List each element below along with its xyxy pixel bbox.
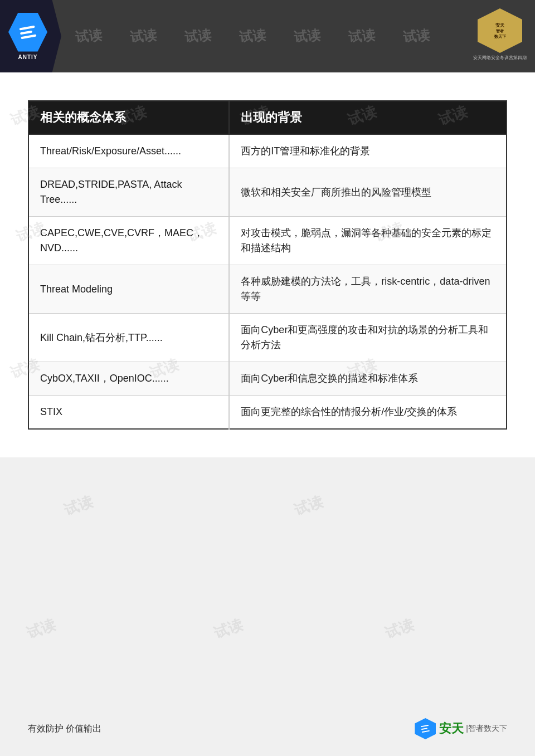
brand-line1: 安天 xyxy=(494,22,506,28)
concept-table: 相关的概念体系 出现的背景 Threat/Risk/Exposure/Asset… xyxy=(28,100,507,430)
table-cell-right: 面向Cyber和更高强度的攻击和对抗的场景的分析工具和分析方法 xyxy=(229,314,507,362)
table-cell-left: CAPEC,CWE,CVE,CVRF，MAEC，NVD...... xyxy=(28,217,229,265)
footer-slogan: 有效防护 价值输出 xyxy=(28,723,101,735)
col1-header: 相关的概念体系 xyxy=(28,101,229,134)
table-cell-left: DREAD,STRIDE,PASTA, Attack Tree...... xyxy=(28,168,229,217)
brand-area: 安天 智者 数天下 安天网络安全冬训营第四期 xyxy=(473,8,527,61)
footer-antiy-icon xyxy=(415,718,436,739)
header-wm-4: 试读 xyxy=(239,26,267,46)
body-wm-16: 试读 xyxy=(383,615,417,643)
body-wm-14: 试读 xyxy=(25,615,59,643)
body-wm-12: 试读 xyxy=(62,492,96,520)
table-cell-left: STIX xyxy=(28,396,229,430)
logo-lines xyxy=(19,25,36,39)
brand-line3: 数天下 xyxy=(494,34,506,40)
logo-hexagon xyxy=(8,13,47,52)
header-wm-5: 试读 xyxy=(293,26,322,46)
table-cell-left: Threat/Risk/Exposure/Asset...... xyxy=(28,134,229,168)
brand-subtitle: 安天网络安全冬训营第四期 xyxy=(473,55,527,61)
body-wm-13: 试读 xyxy=(292,492,326,520)
table-row: CybOX,TAXII，OpenIOC......面向Cyber和信息交换的描述… xyxy=(28,362,507,396)
table-cell-left: CybOX,TAXII，OpenIOC...... xyxy=(28,362,229,396)
table-cell-right: 对攻击模式，脆弱点，漏洞等各种基础的安全元素的标定和描述结构 xyxy=(229,217,507,265)
table-cell-right: 微软和相关安全厂商所推出的风险管理模型 xyxy=(229,168,507,217)
table-cell-right: 各种威胁建模的方法论，工具，risk-centric，data-driven等等 xyxy=(229,265,507,314)
col2-header: 出现的背景 xyxy=(229,101,507,134)
table-cell-left: Threat Modeling xyxy=(28,265,229,314)
table-row: Threat/Risk/Exposure/Asset......西方的IT管理和… xyxy=(28,134,507,168)
table-row: Threat Modeling各种威胁建模的方法论，工具，risk-centri… xyxy=(28,265,507,314)
logo-line-3 xyxy=(21,34,36,39)
brand-line2: 智者 xyxy=(494,28,506,34)
table-row: STIX面向更完整的综合性的情报分析/作业/交换的体系 xyxy=(28,396,507,430)
footer-brand-text: 安天 |智者数天下 xyxy=(439,720,507,737)
table-cell-right: 西方的IT管理和标准化的背景 xyxy=(229,134,507,168)
footer-logo-area: 安天 |智者数天下 xyxy=(415,718,507,739)
footer-right: 安天 |智者数天下 xyxy=(415,718,507,739)
table-cell-left: Kill Chain,钻石分析,TTP...... xyxy=(28,314,229,362)
table-cell-right: 面向更完整的综合性的情报分析/作业/交换的体系 xyxy=(229,396,507,430)
brand-badge: 安天 智者 数天下 xyxy=(478,8,522,53)
header-watermarks: 试读 试读 试读 试读 试读 试读 试读 xyxy=(61,0,479,72)
footer: 有效防护 价值输出 安天 |智者数天下 xyxy=(0,718,535,739)
header-wm-6: 试读 xyxy=(348,26,376,46)
header-wm-2: 试读 xyxy=(129,26,158,46)
logo-area: ANTIY xyxy=(0,0,61,72)
logo-line-1 xyxy=(19,25,35,30)
body-wm-15: 试读 xyxy=(212,615,246,643)
logo-text: ANTIY xyxy=(18,54,38,60)
brand-inner: 安天 智者 数天下 xyxy=(494,22,506,40)
logo-line-2 xyxy=(20,30,32,35)
header: ANTIY 试读 试读 试读 试读 试读 试读 试读 安天 智者 数天下 安天网… xyxy=(0,0,535,72)
table-cell-right: 面向Cyber和信息交换的描述和标准体系 xyxy=(229,362,507,396)
header-wm-7: 试读 xyxy=(402,26,431,46)
table-row: CAPEC,CWE,CVE,CVRF，MAEC，NVD......对攻击模式，脆… xyxy=(28,217,507,265)
table-row: DREAD,STRIDE,PASTA, Attack Tree......微软和… xyxy=(28,168,507,217)
table-row: Kill Chain,钻石分析,TTP......面向Cyber和更高强度的攻击… xyxy=(28,314,507,362)
header-wm-1: 试读 xyxy=(75,26,103,46)
header-wm-3: 试读 xyxy=(184,26,212,46)
